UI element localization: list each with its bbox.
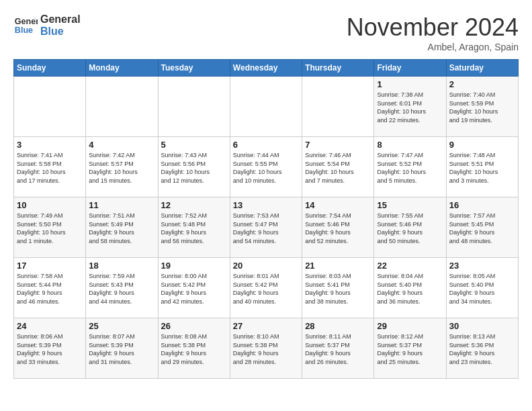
calendar-week-row: 10Sunrise: 7:49 AM Sunset: 5:50 PM Dayli… — [14, 197, 519, 258]
day-info: Sunrise: 7:49 AM Sunset: 5:50 PM Dayligh… — [17, 212, 83, 245]
day-number: 12 — [161, 200, 227, 210]
calendar-day-cell — [302, 77, 374, 137]
day-info: Sunrise: 7:41 AM Sunset: 5:58 PM Dayligh… — [17, 151, 83, 185]
day-info: Sunrise: 7:38 AM Sunset: 6:01 PM Dayligh… — [377, 91, 443, 124]
calendar-day-cell: 14Sunrise: 7:54 AM Sunset: 5:46 PM Dayli… — [302, 197, 374, 258]
calendar-day-cell: 12Sunrise: 7:52 AM Sunset: 5:48 PM Dayli… — [158, 197, 230, 258]
day-info: Sunrise: 7:58 AM Sunset: 5:44 PM Dayligh… — [17, 272, 83, 306]
calendar-day-cell: 3Sunrise: 7:41 AM Sunset: 5:58 PM Daylig… — [14, 137, 86, 197]
day-number: 5 — [161, 140, 227, 150]
calendar-day-cell — [86, 77, 158, 137]
calendar-day-cell: 29Sunrise: 8:12 AM Sunset: 5:37 PM Dayli… — [374, 318, 446, 379]
calendar-day-cell: 9Sunrise: 7:48 AM Sunset: 5:51 PM Daylig… — [446, 137, 518, 197]
day-info: Sunrise: 8:11 AM Sunset: 5:37 PM Dayligh… — [305, 332, 371, 366]
day-number: 30 — [449, 321, 515, 331]
day-number: 1 — [377, 79, 443, 89]
calendar-header-cell: Sunday — [14, 60, 86, 77]
logo-general: General — [40, 13, 81, 26]
day-number: 15 — [377, 200, 443, 210]
calendar-week-row: 3Sunrise: 7:41 AM Sunset: 5:58 PM Daylig… — [14, 137, 519, 197]
day-number: 18 — [89, 261, 154, 271]
calendar-day-cell: 10Sunrise: 7:49 AM Sunset: 5:50 PM Dayli… — [14, 197, 86, 258]
day-number: 4 — [89, 140, 154, 150]
logo-icon: General Blue — [13, 13, 38, 38]
calendar-day-cell: 8Sunrise: 7:47 AM Sunset: 5:52 PM Daylig… — [374, 137, 446, 197]
day-info: Sunrise: 7:44 AM Sunset: 5:55 PM Dayligh… — [233, 151, 299, 185]
day-info: Sunrise: 7:43 AM Sunset: 5:56 PM Dayligh… — [161, 151, 227, 185]
page-header: General Blue General Blue November 2024 … — [13, 13, 519, 52]
calendar-day-cell: 23Sunrise: 8:05 AM Sunset: 5:40 PM Dayli… — [446, 258, 518, 318]
day-number: 17 — [17, 261, 83, 271]
day-info: Sunrise: 7:46 AM Sunset: 5:54 PM Dayligh… — [305, 151, 371, 185]
day-number: 2 — [449, 79, 515, 89]
day-number: 8 — [377, 140, 443, 150]
day-info: Sunrise: 7:48 AM Sunset: 5:51 PM Dayligh… — [449, 151, 515, 185]
day-info: Sunrise: 8:13 AM Sunset: 5:36 PM Dayligh… — [449, 332, 515, 366]
month-title: November 2024 — [347, 13, 519, 42]
day-number: 16 — [449, 200, 515, 210]
day-info: Sunrise: 8:05 AM Sunset: 5:40 PM Dayligh… — [449, 272, 515, 306]
title-block: November 2024 Ambel, Aragon, Spain — [347, 13, 519, 52]
day-info: Sunrise: 8:01 AM Sunset: 5:42 PM Dayligh… — [233, 272, 299, 306]
day-number: 24 — [17, 321, 83, 331]
calendar-day-cell: 17Sunrise: 7:58 AM Sunset: 5:44 PM Dayli… — [14, 258, 86, 318]
day-number: 7 — [305, 140, 371, 150]
calendar-week-row: 24Sunrise: 8:06 AM Sunset: 5:39 PM Dayli… — [14, 318, 519, 379]
calendar-day-cell: 24Sunrise: 8:06 AM Sunset: 5:39 PM Dayli… — [14, 318, 86, 379]
day-info: Sunrise: 8:10 AM Sunset: 5:38 PM Dayligh… — [233, 332, 299, 366]
calendar-body: 1Sunrise: 7:38 AM Sunset: 6:01 PM Daylig… — [14, 77, 519, 379]
calendar-header-cell: Wednesday — [230, 60, 302, 77]
day-number: 11 — [89, 200, 154, 210]
day-number: 25 — [89, 321, 154, 331]
calendar-day-cell: 2Sunrise: 7:40 AM Sunset: 5:59 PM Daylig… — [446, 77, 518, 137]
day-number: 20 — [233, 261, 299, 271]
day-info: Sunrise: 7:59 AM Sunset: 5:43 PM Dayligh… — [89, 272, 154, 306]
day-number: 26 — [161, 321, 227, 331]
day-number: 14 — [305, 200, 371, 210]
day-info: Sunrise: 8:04 AM Sunset: 5:40 PM Dayligh… — [377, 272, 443, 306]
calendar-header-cell: Tuesday — [158, 60, 230, 77]
calendar-day-cell — [14, 77, 86, 137]
calendar-day-cell: 21Sunrise: 8:03 AM Sunset: 5:41 PM Dayli… — [302, 258, 374, 318]
calendar-day-cell: 27Sunrise: 8:10 AM Sunset: 5:38 PM Dayli… — [230, 318, 302, 379]
calendar-header-row: SundayMondayTuesdayWednesdayThursdayFrid… — [14, 60, 519, 77]
day-info: Sunrise: 7:57 AM Sunset: 5:45 PM Dayligh… — [449, 212, 515, 245]
calendar-day-cell: 19Sunrise: 8:00 AM Sunset: 5:42 PM Dayli… — [158, 258, 230, 318]
calendar-day-cell — [230, 77, 302, 137]
calendar-week-row: 17Sunrise: 7:58 AM Sunset: 5:44 PM Dayli… — [14, 258, 519, 318]
day-info: Sunrise: 7:52 AM Sunset: 5:48 PM Dayligh… — [161, 212, 227, 245]
day-info: Sunrise: 8:07 AM Sunset: 5:39 PM Dayligh… — [89, 332, 154, 366]
day-number: 23 — [449, 261, 515, 271]
day-number: 3 — [17, 140, 83, 150]
day-info: Sunrise: 7:54 AM Sunset: 5:46 PM Dayligh… — [305, 212, 371, 245]
calendar-day-cell: 26Sunrise: 8:08 AM Sunset: 5:38 PM Dayli… — [158, 318, 230, 379]
calendar-header-cell: Thursday — [302, 60, 374, 77]
calendar-day-cell: 20Sunrise: 8:01 AM Sunset: 5:42 PM Dayli… — [230, 258, 302, 318]
calendar-day-cell: 11Sunrise: 7:51 AM Sunset: 5:49 PM Dayli… — [86, 197, 158, 258]
day-info: Sunrise: 7:51 AM Sunset: 5:49 PM Dayligh… — [89, 212, 154, 245]
day-number: 28 — [305, 321, 371, 331]
day-number: 6 — [233, 140, 299, 150]
day-number: 9 — [449, 140, 515, 150]
calendar-header-cell: Monday — [86, 60, 158, 77]
day-info: Sunrise: 8:08 AM Sunset: 5:38 PM Dayligh… — [161, 332, 227, 366]
day-info: Sunrise: 8:03 AM Sunset: 5:41 PM Dayligh… — [305, 272, 371, 306]
calendar-day-cell: 6Sunrise: 7:44 AM Sunset: 5:55 PM Daylig… — [230, 137, 302, 197]
calendar-header-cell: Saturday — [446, 60, 518, 77]
day-number: 21 — [305, 261, 371, 271]
logo-blue: Blue — [40, 26, 81, 38]
calendar-day-cell: 16Sunrise: 7:57 AM Sunset: 5:45 PM Dayli… — [446, 197, 518, 258]
calendar-day-cell: 15Sunrise: 7:55 AM Sunset: 5:46 PM Dayli… — [374, 197, 446, 258]
svg-text:Blue: Blue — [15, 26, 33, 35]
logo: General Blue General Blue — [13, 13, 81, 38]
day-info: Sunrise: 7:55 AM Sunset: 5:46 PM Dayligh… — [377, 212, 443, 245]
day-number: 19 — [161, 261, 227, 271]
day-info: Sunrise: 8:06 AM Sunset: 5:39 PM Dayligh… — [17, 332, 83, 366]
calendar-table: SundayMondayTuesdayWednesdayThursdayFrid… — [13, 59, 519, 379]
calendar-day-cell: 7Sunrise: 7:46 AM Sunset: 5:54 PM Daylig… — [302, 137, 374, 197]
day-info: Sunrise: 8:12 AM Sunset: 5:37 PM Dayligh… — [377, 332, 443, 366]
day-info: Sunrise: 7:40 AM Sunset: 5:59 PM Dayligh… — [449, 91, 515, 124]
day-number: 29 — [377, 321, 443, 331]
calendar-day-cell: 30Sunrise: 8:13 AM Sunset: 5:36 PM Dayli… — [446, 318, 518, 379]
day-info: Sunrise: 7:42 AM Sunset: 5:57 PM Dayligh… — [89, 151, 154, 185]
